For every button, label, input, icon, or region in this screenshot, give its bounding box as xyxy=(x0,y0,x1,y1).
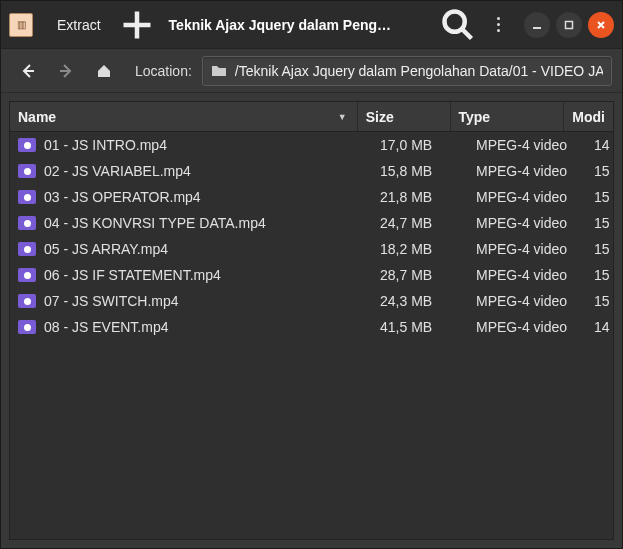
file-name-cell: 04 - JS KONVRSI TYPE DATA.mp4 xyxy=(10,215,372,231)
file-name-cell: 06 - JS IF STATEMENT.mp4 xyxy=(10,267,372,283)
video-file-icon xyxy=(18,164,36,178)
file-size: 18,2 MB xyxy=(372,241,468,257)
file-row[interactable]: 02 - JS VARIABEL.mp415,8 MBMPEG-4 video1… xyxy=(10,158,613,184)
file-list-panel: Name ▼ Size Type Modi 01 - JS INTRO.mp41… xyxy=(9,101,614,540)
kebab-icon xyxy=(497,17,500,32)
add-files-button[interactable] xyxy=(119,8,155,42)
arrow-right-icon xyxy=(58,63,74,79)
column-header-name-label: Name xyxy=(18,109,56,125)
column-headers: Name ▼ Size Type Modi xyxy=(10,102,613,132)
column-header-modified[interactable]: Modi xyxy=(564,102,613,131)
file-row[interactable]: 04 - JS KONVRSI TYPE DATA.mp424,7 MBMPEG… xyxy=(10,210,613,236)
file-size: 17,0 MB xyxy=(372,137,468,153)
extract-button[interactable]: Extract xyxy=(43,8,115,42)
column-header-type[interactable]: Type xyxy=(451,102,565,131)
minimize-icon xyxy=(531,19,543,31)
file-name: 08 - JS EVENT.mp4 xyxy=(44,319,169,335)
file-name: 03 - JS OPERATOR.mp4 xyxy=(44,189,201,205)
file-size: 28,7 MB xyxy=(372,267,468,283)
file-row[interactable]: 07 - JS SWITCH.mp424,3 MBMPEG-4 video15 … xyxy=(10,288,613,314)
sort-descending-icon: ▼ xyxy=(338,112,347,122)
file-modified: 14 Ap xyxy=(586,137,613,153)
window-controls xyxy=(524,12,614,38)
file-row[interactable]: 06 - JS IF STATEMENT.mp428,7 MBMPEG-4 vi… xyxy=(10,262,613,288)
file-name: 01 - JS INTRO.mp4 xyxy=(44,137,167,153)
file-modified: 15 Ap xyxy=(586,293,613,309)
file-type: MPEG-4 video xyxy=(468,241,586,257)
file-size: 21,8 MB xyxy=(372,189,468,205)
file-modified: 15 Ap xyxy=(586,241,613,257)
close-icon xyxy=(595,19,607,31)
file-modified: 14 Ap xyxy=(586,319,613,335)
arrow-left-icon xyxy=(20,63,36,79)
file-size: 24,3 MB xyxy=(372,293,468,309)
video-file-icon xyxy=(18,190,36,204)
file-size: 41,5 MB xyxy=(372,319,468,335)
titlebar: ▥ Extract Teknik Ajax Jquery dalam Peng… xyxy=(1,1,622,49)
file-rows: 01 - JS INTRO.mp417,0 MBMPEG-4 video14 A… xyxy=(10,132,613,539)
menu-button[interactable] xyxy=(480,8,516,42)
minimize-button[interactable] xyxy=(524,12,550,38)
file-modified: 15 Ap xyxy=(586,215,613,231)
video-file-icon xyxy=(18,138,36,152)
close-button[interactable] xyxy=(588,12,614,38)
location-field[interactable]: /Teknik Ajax Jquery dalam Pengolahan Dat… xyxy=(202,56,612,86)
file-name-cell: 01 - JS INTRO.mp4 xyxy=(10,137,372,153)
svg-rect-3 xyxy=(566,21,573,28)
navigation-toolbar: Location: /Teknik Ajax Jquery dalam Peng… xyxy=(1,49,622,93)
folder-icon xyxy=(211,63,227,79)
file-name-cell: 03 - JS OPERATOR.mp4 xyxy=(10,189,372,205)
file-row[interactable]: 01 - JS INTRO.mp417,0 MBMPEG-4 video14 A… xyxy=(10,132,613,158)
file-row[interactable]: 03 - JS OPERATOR.mp421,8 MBMPEG-4 video1… xyxy=(10,184,613,210)
video-file-icon xyxy=(18,216,36,230)
file-type: MPEG-4 video xyxy=(468,163,586,179)
file-type: MPEG-4 video xyxy=(468,293,586,309)
file-name: 04 - JS KONVRSI TYPE DATA.mp4 xyxy=(44,215,266,231)
file-name-cell: 07 - JS SWITCH.mp4 xyxy=(10,293,372,309)
file-type: MPEG-4 video xyxy=(468,267,586,283)
video-file-icon xyxy=(18,268,36,282)
file-type: MPEG-4 video xyxy=(468,189,586,205)
column-header-size[interactable]: Size xyxy=(358,102,451,131)
home-icon xyxy=(96,63,112,79)
svg-rect-2 xyxy=(533,27,541,29)
search-button[interactable] xyxy=(440,8,476,42)
file-modified: 15 Ap xyxy=(586,189,613,205)
home-button[interactable] xyxy=(87,56,121,86)
file-type: MPEG-4 video xyxy=(468,319,586,335)
plus-icon xyxy=(119,7,155,43)
archive-app-icon: ▥ xyxy=(9,13,33,37)
file-name: 02 - JS VARIABEL.mp4 xyxy=(44,163,191,179)
archive-manager-window: ▥ Extract Teknik Ajax Jquery dalam Peng… xyxy=(0,0,623,549)
window-title: Teknik Ajax Jquery dalam Peng… xyxy=(159,17,436,33)
file-modified: 15 Ap xyxy=(586,163,613,179)
file-name-cell: 02 - JS VARIABEL.mp4 xyxy=(10,163,372,179)
maximize-icon xyxy=(563,19,575,31)
file-type: MPEG-4 video xyxy=(468,137,586,153)
back-button[interactable] xyxy=(11,56,45,86)
file-name-cell: 05 - JS ARRAY.mp4 xyxy=(10,241,372,257)
search-icon xyxy=(440,7,476,43)
forward-button[interactable] xyxy=(49,56,83,86)
file-row[interactable]: 05 - JS ARRAY.mp418,2 MBMPEG-4 video15 A… xyxy=(10,236,613,262)
video-file-icon xyxy=(18,294,36,308)
maximize-button[interactable] xyxy=(556,12,582,38)
file-name: 07 - JS SWITCH.mp4 xyxy=(44,293,179,309)
file-name-cell: 08 - JS EVENT.mp4 xyxy=(10,319,372,335)
svg-point-0 xyxy=(445,11,465,31)
video-file-icon xyxy=(18,320,36,334)
file-name: 05 - JS ARRAY.mp4 xyxy=(44,241,168,257)
location-path: /Teknik Ajax Jquery dalam Pengolahan Dat… xyxy=(235,63,603,79)
file-modified: 15 Ap xyxy=(586,267,613,283)
file-size: 15,8 MB xyxy=(372,163,468,179)
file-size: 24,7 MB xyxy=(372,215,468,231)
file-name: 06 - JS IF STATEMENT.mp4 xyxy=(44,267,221,283)
video-file-icon xyxy=(18,242,36,256)
svg-line-1 xyxy=(463,29,472,38)
file-type: MPEG-4 video xyxy=(468,215,586,231)
file-row[interactable]: 08 - JS EVENT.mp441,5 MBMPEG-4 video14 A… xyxy=(10,314,613,340)
location-label: Location: xyxy=(135,63,192,79)
column-header-name[interactable]: Name ▼ xyxy=(10,102,358,131)
